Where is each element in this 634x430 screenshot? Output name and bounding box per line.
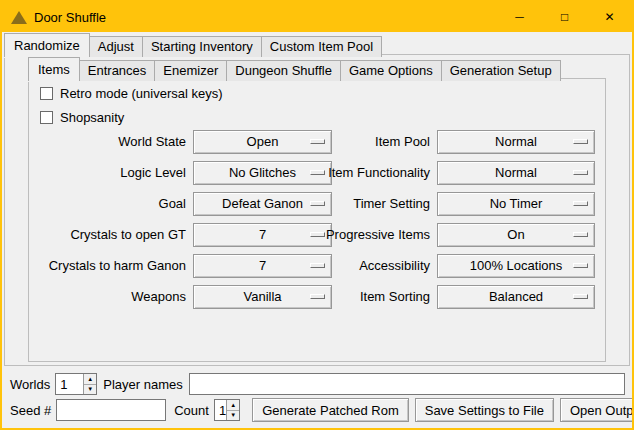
timer-setting-row: Timer Setting No Timer (318, 188, 595, 219)
item-pool-dropdown[interactable]: Normal (437, 130, 595, 154)
options-column-left: World State Open Logic Level No Glitches… (36, 126, 332, 312)
spin-up-icon: ▲ (87, 376, 93, 382)
progressive-items-dropdown[interactable]: On (437, 223, 595, 247)
accessibility-value: 100% Locations (470, 258, 563, 273)
weapons-label: Weapons (36, 289, 193, 304)
tab-starting-inventory[interactable]: Starting Inventory (142, 36, 262, 57)
count-spin-down-button[interactable]: ▼ (227, 410, 239, 421)
accessibility-row: Accessibility 100% Locations (318, 250, 595, 281)
maximize-button[interactable]: □ (542, 2, 587, 32)
item-sorting-value: Balanced (489, 289, 543, 304)
item-pool-row: Item Pool Normal (318, 126, 595, 157)
timer-setting-dropdown[interactable]: No Timer (437, 192, 595, 216)
tab-dungeon-shuffle[interactable]: Dungeon Shuffle (226, 60, 341, 81)
item-functionality-row: Item Functionality Normal (318, 157, 595, 188)
count-value: 1 (215, 400, 226, 420)
world-state-label: World State (36, 134, 193, 149)
app-icon (11, 11, 27, 24)
progressive-items-value: On (507, 227, 524, 242)
door-shuffle-window: Door Shuffle ─ □ ✕ Randomize Adjust Star… (0, 0, 634, 430)
timer-setting-label: Timer Setting (318, 196, 437, 211)
dropdown-indicator-icon (573, 139, 588, 144)
primary-tabs: Randomize Adjust Starting Inventory Cust… (4, 33, 381, 57)
crystals-harm-ganon-dropdown[interactable]: 7 (193, 254, 332, 278)
tab-custom-item-pool[interactable]: Custom Item Pool (261, 36, 382, 57)
item-pool-value: Normal (495, 134, 537, 149)
maximize-icon: □ (561, 10, 568, 24)
accessibility-label: Accessibility (318, 258, 437, 273)
worlds-spinbox[interactable]: 1 ▲ ▼ (55, 373, 97, 395)
shopsanity-checkbox[interactable] (40, 111, 53, 124)
retro-mode-label: Retro mode (universal keys) (60, 86, 223, 101)
goal-label: Goal (36, 196, 193, 211)
logic-level-value: No Glitches (229, 165, 296, 180)
seed-row: Seed # Count 1 ▲ ▼ Generate Patched Rom … (10, 398, 625, 422)
tab-adjust[interactable]: Adjust (89, 36, 143, 57)
crystals-open-gt-row: Crystals to open GT 7 (36, 219, 332, 250)
tab-entrances[interactable]: Entrances (79, 60, 156, 81)
seed-label: Seed # (10, 403, 51, 418)
item-sorting-row: Item Sorting Balanced (318, 281, 595, 312)
world-state-dropdown[interactable]: Open (193, 130, 332, 154)
item-functionality-dropdown[interactable]: Normal (437, 161, 595, 185)
dropdown-indicator-icon (573, 232, 588, 237)
options-column-right: Item Pool Normal Item Functionality Norm… (318, 126, 595, 312)
titlebar: Door Shuffle ─ □ ✕ (2, 2, 632, 32)
minimize-button[interactable]: ─ (497, 2, 542, 32)
item-pool-label: Item Pool (318, 134, 437, 149)
goal-row: Goal Defeat Ganon (36, 188, 332, 219)
tab-generation-setup[interactable]: Generation Setup (441, 60, 561, 81)
worlds-value: 1 (56, 374, 83, 394)
generate-patched-rom-button[interactable]: Generate Patched Rom (252, 398, 409, 422)
tab-enemizer[interactable]: Enemizer (154, 60, 227, 81)
dropdown-indicator-icon (573, 201, 588, 206)
worlds-spin-arrows: ▲ ▼ (83, 374, 96, 394)
weapons-row: Weapons Vanilla (36, 281, 332, 312)
dropdown-indicator-icon (573, 263, 588, 268)
crystals-open-gt-value: 7 (259, 227, 266, 242)
timer-setting-value: No Timer (490, 196, 543, 211)
retro-mode-row: Retro mode (universal keys) (40, 86, 223, 101)
worlds-spin-down-button[interactable]: ▼ (84, 384, 96, 395)
player-names-input[interactable] (189, 373, 625, 395)
accessibility-dropdown[interactable]: 100% Locations (437, 254, 595, 278)
crystals-open-gt-dropdown[interactable]: 7 (193, 223, 332, 247)
worlds-label: Worlds (10, 377, 50, 392)
crystals-harm-ganon-label: Crystals to harm Ganon (36, 258, 193, 273)
logic-level-label: Logic Level (36, 165, 193, 180)
item-functionality-label: Item Functionality (318, 165, 437, 180)
open-output-directory-button[interactable]: Open Output Directory (560, 398, 634, 422)
tab-randomize[interactable]: Randomize (4, 33, 90, 57)
tab-game-options[interactable]: Game Options (340, 60, 442, 81)
spin-down-icon: ▼ (230, 412, 236, 418)
seed-input[interactable] (56, 399, 166, 421)
shopsanity-row: Shopsanity (40, 110, 124, 125)
save-settings-button[interactable]: Save Settings to File (415, 398, 554, 422)
worlds-row: Worlds 1 ▲ ▼ Player names (10, 373, 625, 395)
spin-up-icon: ▲ (230, 402, 236, 408)
progressive-items-label: Progressive Items (318, 227, 437, 242)
retro-mode-checkbox[interactable] (40, 87, 53, 100)
close-icon: ✕ (604, 10, 614, 24)
dropdown-indicator-icon (573, 170, 588, 175)
item-sorting-dropdown[interactable]: Balanced (437, 285, 595, 309)
weapons-dropdown[interactable]: Vanilla (193, 285, 332, 309)
item-sorting-label: Item Sorting (318, 289, 437, 304)
spin-down-icon: ▼ (87, 386, 93, 392)
world-state-value: Open (247, 134, 279, 149)
minimize-icon: ─ (515, 10, 524, 24)
count-spin-up-button[interactable]: ▲ (227, 400, 239, 410)
dropdown-indicator-icon (573, 294, 588, 299)
secondary-tabs: Items Entrances Enemizer Dungeon Shuffle… (28, 57, 560, 81)
goal-dropdown[interactable]: Defeat Ganon (193, 192, 332, 216)
logic-level-dropdown[interactable]: No Glitches (193, 161, 332, 185)
goal-value: Defeat Ganon (222, 196, 303, 211)
worlds-spin-up-button[interactable]: ▲ (84, 374, 96, 384)
window-controls: ─ □ ✕ (497, 2, 632, 32)
progressive-items-row: Progressive Items On (318, 219, 595, 250)
close-button[interactable]: ✕ (587, 2, 632, 32)
world-state-row: World State Open (36, 126, 332, 157)
logic-level-row: Logic Level No Glitches (36, 157, 332, 188)
tab-items[interactable]: Items (28, 57, 80, 81)
count-spinbox[interactable]: 1 ▲ ▼ (214, 399, 240, 421)
